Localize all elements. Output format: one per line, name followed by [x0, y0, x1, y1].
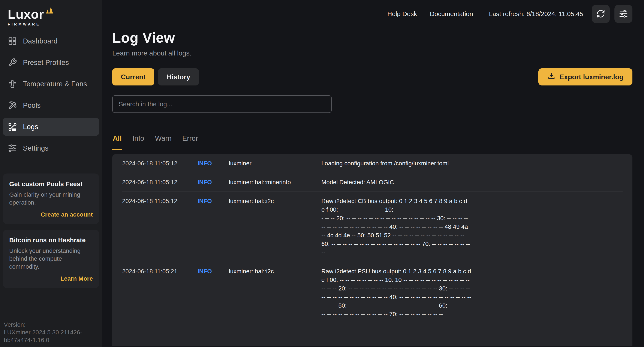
logs-flow-icon [8, 122, 17, 131]
filter-tab-error[interactable]: Error [182, 134, 198, 150]
download-icon [548, 72, 556, 82]
log-row: 2024-06-18 11:05:12INFOluxminer::hal::mi… [122, 173, 622, 192]
last-refresh-text: Last refresh: 6/18/2024, 11:05:45 [489, 10, 583, 18]
sidebar-item-settings[interactable]: Settings [3, 139, 99, 157]
version-label: Version: [4, 321, 100, 328]
grid-icon [8, 37, 17, 46]
log-level: INFO [198, 267, 229, 318]
log-message: Loading configuration from /config/luxmi… [321, 159, 471, 168]
page-subtitle: Learn more about all logs. [112, 49, 632, 57]
documentation-link[interactable]: Documentation [430, 10, 473, 18]
sidebar: Luxor FIRMWARE DashboardPreset ProfilesT… [0, 0, 102, 347]
export-log-button[interactable]: Export luxminer.log [538, 68, 632, 86]
filter-tab-warn[interactable]: Warn [154, 134, 172, 150]
log-message: Model Detected: AMLOGIC [321, 178, 471, 186]
promo-card-bitcoin-runs-on-hashrate: Bitcoin runs on HashrateUnlock your unde… [3, 230, 99, 288]
brand-mark-icon [45, 6, 54, 16]
promo-body: Gain clarity on your mining operation. [9, 191, 93, 206]
log-row: 2024-06-18 11:05:21INFOluxminer::hal::i2… [122, 262, 622, 324]
sidebar-item-temperature-fans[interactable]: Temperature & Fans [3, 75, 99, 93]
promo-cards: Get custom Pools Fees!Gain clarity on yo… [0, 174, 102, 288]
sidebar-item-label: Pools [23, 101, 41, 110]
log-search-input[interactable] [112, 95, 332, 113]
tab-history[interactable]: History [158, 68, 199, 86]
topbar: Help DeskDocumentation Last refresh: 6/1… [112, 0, 632, 28]
brand-name: Luxor [8, 7, 44, 22]
export-log-label: Export luxminer.log [560, 73, 624, 81]
log-level: INFO [198, 178, 229, 186]
topbar-links: Help DeskDocumentation [387, 10, 473, 18]
page-title: Log View [112, 30, 632, 46]
version-info: Version: LUXminer 2024.5.30.211426-bb47a… [4, 321, 100, 344]
filter-tab-info[interactable]: Info [132, 134, 144, 150]
app-window: Luxor FIRMWARE DashboardPreset ProfilesT… [0, 0, 644, 347]
promo-title: Bitcoin runs on Hashrate [9, 236, 93, 244]
brand-logo: Luxor FIRMWARE [0, 0, 102, 26]
log-source: luxminer [229, 159, 321, 168]
filter-tab-all[interactable]: All [112, 134, 122, 150]
view-tabs: CurrentHistory [112, 68, 199, 86]
log-level: INFO [198, 197, 229, 257]
log-timestamp: 2024-06-18 11:05:12 [122, 197, 198, 257]
log-message: Raw i2detect PSU bus output: 0 1 2 3 4 5… [321, 267, 471, 318]
thermometer-icon [8, 80, 17, 88]
sidebar-item-label: Preset Profiles [23, 58, 69, 66]
sliders-icon [8, 144, 17, 153]
sidebar-item-label: Dashboard [23, 37, 58, 45]
promo-body: Unlock your understanding behind the com… [9, 247, 93, 270]
main-content: Help DeskDocumentation Last refresh: 6/1… [102, 0, 644, 347]
display-settings-button[interactable] [614, 5, 632, 23]
actions-row: CurrentHistory Export luxminer.log [112, 68, 632, 86]
sidebar-item-logs[interactable]: Logs [3, 118, 99, 136]
log-source: luxminer::hal::i2c [229, 267, 321, 318]
log-level: INFO [198, 159, 229, 168]
pickaxe-icon [8, 101, 17, 110]
log-source: luxminer::hal::i2c [229, 197, 321, 257]
promo-card-get-custom-pools-fees: Get custom Pools Fees!Gain clarity on yo… [3, 174, 99, 224]
log-row: 2024-06-18 11:05:12INFOluxminerLoading c… [122, 154, 622, 173]
log-table[interactable]: 2024-06-18 11:05:12INFOluxminerLoading c… [112, 154, 632, 346]
filter-sliders-icon [619, 9, 628, 19]
refresh-button[interactable] [592, 5, 610, 23]
sidebar-item-preset-profiles[interactable]: Preset Profiles [3, 54, 99, 72]
log-timestamp: 2024-06-18 11:05:12 [122, 178, 198, 186]
sidebar-nav: DashboardPreset ProfilesTemperature & Fa… [0, 32, 102, 157]
sidebar-item-label: Settings [23, 144, 48, 152]
log-row: 2024-06-18 11:05:12INFOluxminer::hal::i2… [122, 192, 622, 262]
log-timestamp: 2024-06-18 11:05:21 [122, 267, 198, 318]
log-level-filter-tabs: AllInfoWarnError [112, 134, 632, 150]
topbar-divider [481, 7, 481, 21]
refresh-icon [596, 9, 605, 19]
promo-cta-learn-more[interactable]: Learn More [9, 275, 93, 282]
version-value: LUXminer 2024.5.30.211426-bb47a474-1.16.… [4, 328, 100, 344]
wrench-icon [8, 58, 17, 67]
sidebar-item-pools[interactable]: Pools [3, 96, 99, 114]
sidebar-item-dashboard[interactable]: Dashboard [3, 32, 99, 50]
tab-current[interactable]: Current [112, 68, 154, 86]
promo-title: Get custom Pools Fees! [9, 180, 93, 188]
sidebar-item-label: Temperature & Fans [23, 80, 87, 88]
promo-cta-create-an-account[interactable]: Create an account [9, 211, 93, 218]
help-desk-link[interactable]: Help Desk [387, 10, 417, 18]
brand-sub: FIRMWARE [8, 22, 102, 26]
log-message: Raw i2detect CB bus output: 0 1 2 3 4 5 … [321, 197, 471, 257]
log-source: luxminer::hal::minerinfo [229, 178, 321, 186]
sidebar-item-label: Logs [23, 123, 38, 131]
log-timestamp: 2024-06-18 11:05:12 [122, 159, 198, 168]
